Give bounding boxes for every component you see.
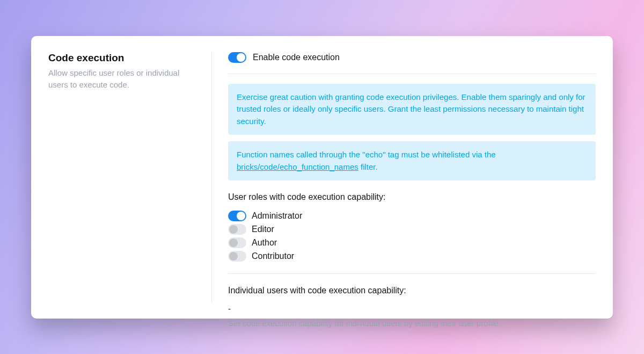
roles-list: Administrator Editor Author Contributor — [228, 211, 596, 262]
divider — [228, 273, 596, 274]
section-title: Code execution — [48, 52, 195, 64]
role-label-contributor: Contributor — [252, 251, 294, 261]
main-panel: Enable code execution Exercise great cau… — [212, 52, 596, 302]
settings-card: Code execution Allow specific user roles… — [31, 36, 613, 319]
roles-heading: User roles with code execution capabilit… — [228, 192, 596, 202]
role-row-administrator: Administrator — [228, 211, 596, 221]
role-toggle-author[interactable] — [228, 237, 246, 248]
toggle-knob — [237, 212, 245, 220]
toggle-knob — [229, 252, 238, 261]
whitelist-notice-prefix: Function names called through the "echo"… — [237, 150, 496, 159]
users-hint: Set code execution capability for indivi… — [228, 319, 596, 328]
whitelist-filter-link[interactable]: bricks/code/echo_function_names — [237, 162, 358, 171]
toggle-knob — [229, 239, 238, 247]
caution-notice: Exercise great caution with granting cod… — [228, 84, 596, 135]
role-label-author: Author — [252, 238, 277, 248]
caution-notice-text: Exercise great caution with granting cod… — [237, 92, 586, 126]
whitelist-notice-suffix: filter. — [358, 162, 378, 171]
role-label-administrator: Administrator — [252, 211, 302, 221]
role-toggle-editor[interactable] — [228, 224, 246, 235]
toggle-knob — [237, 53, 245, 62]
role-row-editor: Editor — [228, 224, 596, 235]
whitelist-notice: Function names called through the "echo"… — [228, 141, 596, 180]
role-toggle-contributor[interactable] — [228, 251, 246, 262]
enable-code-execution-toggle[interactable] — [228, 52, 246, 63]
users-list-placeholder: - — [228, 304, 596, 313]
toggle-knob — [229, 225, 238, 234]
sidebar: Code execution Allow specific user roles… — [48, 52, 212, 302]
enable-code-execution-row: Enable code execution — [228, 52, 596, 74]
role-row-contributor: Contributor — [228, 251, 596, 262]
role-row-author: Author — [228, 237, 596, 248]
users-heading: Individual users with code execution cap… — [228, 286, 596, 295]
role-toggle-administrator[interactable] — [228, 211, 246, 221]
section-description: Allow specific user roles or individual … — [48, 67, 195, 91]
enable-code-execution-label: Enable code execution — [253, 53, 340, 62]
role-label-editor: Editor — [252, 225, 274, 234]
